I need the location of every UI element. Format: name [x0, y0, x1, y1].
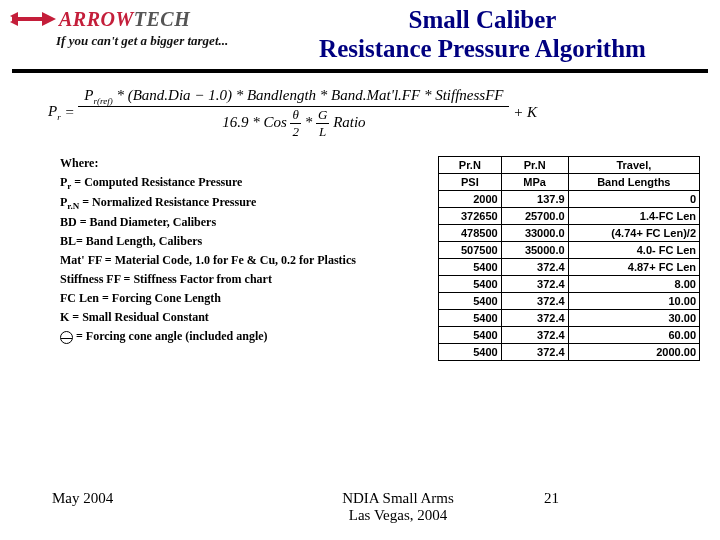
def-matff: Mat' FF = Material Code, 1.0 for Fe & Cu…	[60, 253, 438, 268]
def-bd: BD = Band Diameter, Calibers	[60, 215, 438, 230]
theta-icon	[60, 331, 73, 344]
tagline: If you can't get a bigger target...	[56, 33, 257, 49]
table-row: 5400372.44.87+ FC Len	[439, 258, 700, 275]
def-prn: Pr.N = Normalized Resistance Pressure	[60, 195, 438, 211]
table-unit-row: PSI MPa Band Lengths	[439, 173, 700, 190]
arrow-icon	[12, 12, 56, 26]
def-k: K = Small Residual Constant	[60, 310, 438, 325]
table-row: 5400372.48.00	[439, 275, 700, 292]
col-prn-mpa: Pr.N	[501, 156, 568, 173]
formula-denominator: 16.9 * Cos θ2 * GL Ratio	[78, 107, 509, 140]
slide-footer: May 2004 NDIA Small ArmsLas Vegas, 2004 …	[0, 490, 720, 524]
table-row: 47850033000.0(4.74+ FC Len)/2	[439, 224, 700, 241]
table-row: 2000137.90	[439, 190, 700, 207]
brand-arrow: ARROW	[59, 8, 134, 31]
footer-page: 21	[544, 490, 720, 524]
formula-numerator: Pr(ref) * (Band.Dia − 1.0) * Bandlength …	[78, 87, 509, 107]
data-table: Pr.N Pr.N Travel, PSI MPa Band Lengths 2…	[438, 156, 700, 361]
def-stiffff: Stiffness FF = Stiffness Factor from cha…	[60, 272, 438, 287]
formula-fraction: Pr(ref) * (Band.Dia − 1.0) * Bandlength …	[78, 87, 509, 140]
title-line-2: Resistance Pressure Algorithm	[319, 35, 646, 62]
table-row: 5400372.430.00	[439, 309, 700, 326]
slide-title: Small Caliber Resistance Pressure Algori…	[257, 6, 708, 64]
slide-header: ARROW TECH If you can't get a bigger tar…	[0, 0, 720, 66]
table-row: 50750035000.04.0- FC Len	[439, 241, 700, 258]
divider	[12, 69, 708, 73]
table-row: 5400372.42000.00	[439, 343, 700, 360]
formula: Pr = Pr(ref) * (Band.Dia − 1.0) * Bandle…	[48, 87, 720, 140]
table-row: 5400372.410.00	[439, 292, 700, 309]
title-line-1: Small Caliber	[409, 6, 557, 33]
footer-venue: NDIA Small ArmsLas Vegas, 2004	[252, 490, 544, 524]
footer-date: May 2004	[0, 490, 252, 524]
definitions: Where: Pr = Computed Resistance Pressure…	[0, 152, 438, 361]
formula-lhs: Pr	[48, 103, 61, 119]
logo-block: ARROW TECH If you can't get a bigger tar…	[12, 6, 257, 49]
col-prn-psi: Pr.N	[439, 156, 502, 173]
brand-tech: TECH	[134, 8, 190, 31]
formula-eq: =	[64, 103, 78, 119]
def-fclen: FC Len = Forcing Cone Length	[60, 291, 438, 306]
where-label: Where:	[60, 156, 438, 171]
table-row: 37265025700.01.4-FC Len	[439, 207, 700, 224]
def-theta: = Forcing cone angle (included angle)	[60, 329, 438, 344]
def-pr: Pr = Computed Resistance Pressure	[60, 175, 438, 191]
table-header-row: Pr.N Pr.N Travel,	[439, 156, 700, 173]
def-bl: BL= Band Length, Calibers	[60, 234, 438, 249]
formula-tail: + K	[513, 103, 537, 119]
col-travel: Travel,	[568, 156, 699, 173]
table-row: 5400372.460.00	[439, 326, 700, 343]
